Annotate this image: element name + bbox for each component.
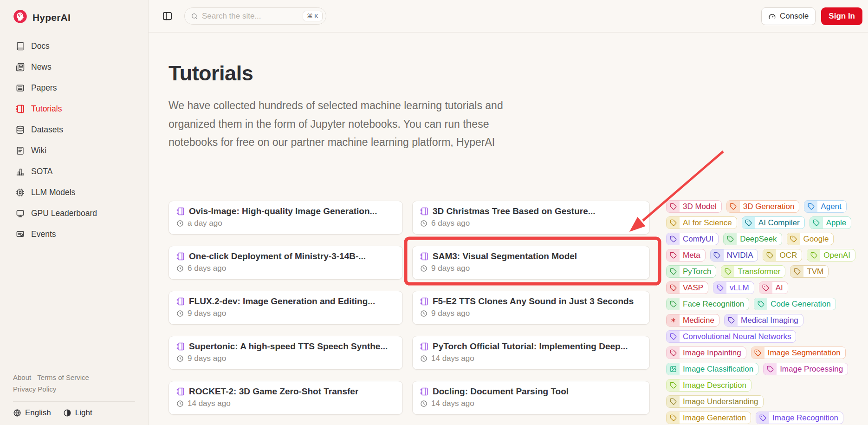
tag-row: Image ClassificationImage Processing: [666, 363, 866, 375]
tag-chip-image-understanding[interactable]: Image Understanding: [666, 395, 764, 408]
tag-label: vLLM: [726, 283, 754, 293]
tag-chip-3d-generation[interactable]: 3D Generation: [726, 200, 800, 213]
tutorial-card-flux-2-dev-image-generation-an[interactable]: FLUX.2-dev: Image Generation and Editing…: [168, 291, 403, 325]
tag-chip-vllm[interactable]: vLLM: [713, 281, 754, 294]
tutorial-title: Ovis-Image: High-quality Image Generatio…: [189, 206, 377, 216]
tag-icon: [721, 266, 734, 277]
notebook-icon: [176, 297, 185, 306]
database-icon: [16, 125, 25, 134]
tag-chip-image-inpainting[interactable]: Image Inpainting: [666, 347, 746, 359]
tag-chip-vasp[interactable]: VASP: [666, 281, 708, 294]
tag-chip-meta[interactable]: Meta: [666, 249, 706, 262]
tutorial-time-label: 14 days ago: [188, 399, 231, 408]
tag-chip-agent[interactable]: Agent: [804, 200, 846, 213]
tag-chip-google[interactable]: Google: [787, 233, 834, 245]
language-selector[interactable]: English: [13, 408, 51, 418]
tag-icon: [759, 282, 772, 294]
console-button[interactable]: Console: [761, 7, 816, 25]
signin-button-label: Sign In: [829, 12, 855, 21]
sidebar-item-wiki[interactable]: Wiki: [0, 140, 148, 161]
tutorial-card-supertonic-a-high-speed-tts-sp[interactable]: Supertonic: A high-speed TTS Speech Synt…: [168, 336, 403, 370]
main-area: ⌘ K Console Sign In Tutorials We have co…: [149, 0, 868, 425]
sidebar-item-papers[interactable]: Papers: [0, 78, 148, 98]
sidebar-item-label: Datasets: [31, 125, 63, 135]
tag-label: Face Recognition: [680, 300, 749, 309]
sidebar-item-gpu-leaderboard[interactable]: GPU Leaderboard: [0, 203, 148, 224]
tutorial-time-label: 6 days ago: [188, 264, 226, 273]
tutorial-card-header: ROCKET-2: 3D Game Zero-Shot Transfer: [176, 386, 395, 397]
tag-chip-image-classification[interactable]: Image Classification: [666, 363, 758, 375]
tutorial-card-docling-document-parsing-tool[interactable]: Docling: Document Parsing Tool14 days ag…: [412, 381, 650, 415]
footer-link-terms-of-service[interactable]: Terms of Service: [37, 373, 89, 383]
tutorial-card-header: Supertonic: A high-speed TTS Speech Synt…: [176, 341, 395, 352]
sidebar-item-llm-models[interactable]: LLM Models: [0, 182, 148, 203]
tag-chip-image-description[interactable]: Image Description: [666, 379, 751, 392]
tag-label: NVIDIA: [724, 251, 758, 260]
tutorial-card-ovis-image-high-quality-image-[interactable]: Ovis-Image: High-quality Image Generatio…: [168, 201, 403, 235]
tutorial-timestamp: 14 days ago: [176, 399, 395, 408]
hyperai-logo[interactable]: HyperAI: [0, 0, 148, 26]
sidebar-item-docs[interactable]: Docs: [0, 36, 148, 57]
sidebar-nav: DocsNewsPapersTutorialsDatasetsWikiSOTAL…: [0, 36, 148, 245]
tag-chip-nvidia[interactable]: NVIDIA: [710, 249, 758, 262]
tutorial-card-f5-e2-tts-clones-any-sound-in-[interactable]: F5-E2 TTS Clones Any Sound in Just 3 Sec…: [412, 291, 650, 325]
tag-chip-transformer[interactable]: Transformer: [721, 265, 785, 278]
clock-icon: [176, 310, 184, 317]
tag-chip-image-recognition[interactable]: Image Recognition: [756, 412, 843, 424]
tag-label: Medical Imaging: [738, 316, 803, 325]
tag-row: Convolutional Neural Networks: [666, 330, 866, 343]
sidebar-item-events[interactable]: Events: [0, 224, 148, 245]
tag-chip-image-processing[interactable]: Image Processing: [763, 363, 848, 375]
tag-chip-3d-model[interactable]: 3D Model: [666, 200, 722, 213]
tag-chip-ai-for-science[interactable]: AI for Science: [666, 216, 737, 229]
sidebar-item-datasets[interactable]: Datasets: [0, 119, 148, 140]
sidebar-item-sota[interactable]: SOTA: [0, 161, 148, 182]
tag-label: DeepSeek: [737, 235, 781, 244]
tag-label: AI for Science: [680, 218, 737, 228]
signin-button[interactable]: Sign In: [821, 7, 862, 25]
tutorial-title: ROCKET-2: 3D Game Zero-Shot Transfer: [189, 386, 358, 397]
tag-chip-deepseek[interactable]: DeepSeek: [723, 233, 782, 245]
tutorial-card-sam3-visual-segmentation-model[interactable]: SAM3: Visual Segmentation Model9 days ag…: [412, 246, 650, 280]
theme-toggle[interactable]: Light: [63, 408, 92, 418]
tag-icon: [667, 249, 680, 261]
tag-chip-convolutional-neural-networks[interactable]: Convolutional Neural Networks: [666, 330, 796, 343]
notebook-icon: [420, 252, 428, 261]
newspaper-icon: [16, 63, 25, 72]
tag-icon: [667, 347, 680, 359]
search-box[interactable]: ⌘ K: [184, 7, 326, 25]
content-area: Tutorials We have collected hundreds of …: [149, 33, 868, 425]
cpu-icon: [16, 188, 25, 197]
tag-chip-pytorch[interactable]: PyTorch: [666, 265, 716, 278]
tutorial-timestamp: 14 days ago: [420, 399, 642, 408]
tag-label: AI Compiler: [755, 218, 804, 228]
tag-chip-ai-compiler[interactable]: AI Compiler: [742, 216, 805, 229]
tag-chip-apple[interactable]: Apple: [810, 216, 851, 229]
tutorial-card-rocket-2-3d-game-zero-shot-tra[interactable]: ROCKET-2: 3D Game Zero-Shot Transfer14 d…: [168, 381, 403, 415]
tag-icon: [790, 266, 803, 277]
clock-icon: [420, 355, 428, 362]
sidebar-item-tutorials[interactable]: Tutorials: [0, 98, 148, 119]
tag-chip-tvm[interactable]: TVM: [790, 265, 829, 278]
tag-chip-ocr[interactable]: OCR: [763, 249, 802, 262]
tag-chip-openai[interactable]: OpenAI: [807, 249, 855, 262]
tutorial-card-one-click-deployment-of-minist[interactable]: One-click Deployment of Ministry-3-14B-.…: [168, 246, 403, 280]
tutorial-card-3d-christmas-tree-based-on-ges[interactable]: 3D Christmas Tree Based on Gesture...6 d…: [412, 201, 650, 235]
tag-chip-code-generation[interactable]: Code Generation: [754, 298, 836, 310]
tutorial-time-label: 9 days ago: [188, 309, 226, 318]
tag-chip-ai[interactable]: AI: [759, 281, 788, 294]
tag-chip-medicine[interactable]: Medicine: [666, 314, 719, 327]
tag-chip-medical-imaging[interactable]: Medical Imaging: [724, 314, 803, 327]
tag-chip-image-segmentation[interactable]: Image Segmentation: [751, 347, 846, 359]
tag-chip-face-recognition[interactable]: Face Recognition: [666, 298, 749, 310]
sidebar-toggle-button[interactable]: [162, 11, 173, 21]
tag-chip-image-generation[interactable]: Image Generation: [666, 412, 751, 424]
tutorial-card-pytorch-official-tutorial-impl[interactable]: PyTorch Official Tutorial: Implementing …: [412, 336, 650, 370]
footer-link-about[interactable]: About: [13, 373, 31, 383]
monitor-icon: [16, 209, 25, 218]
footer-link-privacy-policy[interactable]: Privacy Policy: [13, 384, 56, 394]
sidebar-item-news[interactable]: News: [0, 57, 148, 78]
tag-label: Image Understanding: [680, 397, 763, 406]
search-input[interactable]: [202, 12, 303, 21]
tag-chip-comfyui[interactable]: ComfyUI: [666, 233, 719, 245]
